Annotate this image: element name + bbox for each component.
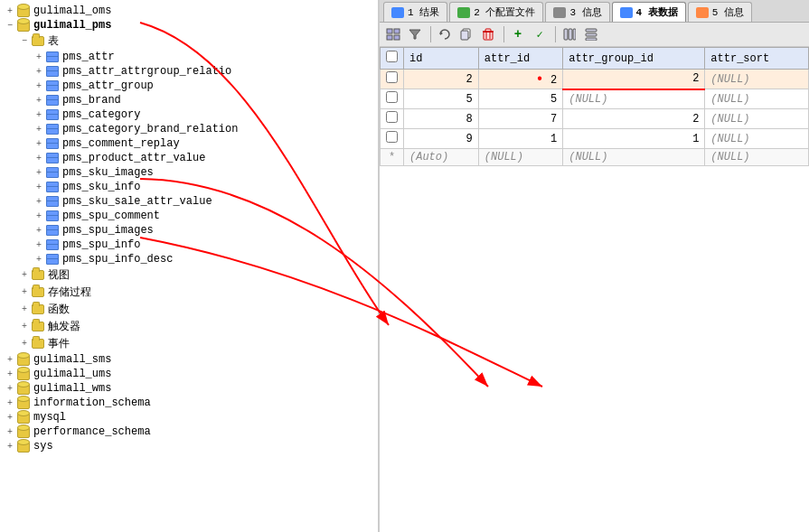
tab-4-tabledata[interactable]: 4 表数据 <box>612 2 686 22</box>
toolbar-copy-btn[interactable] <box>456 25 476 43</box>
cell-id[interactable]: 8 <box>404 109 479 129</box>
tree-db-sys[interactable]: + sys <box>0 439 378 453</box>
expand-icon[interactable]: + <box>4 353 16 366</box>
expand-icon[interactable]: + <box>4 440 16 453</box>
row-checkbox[interactable] <box>381 89 404 109</box>
tree-db-information_schema[interactable]: + information_schema <box>0 396 378 410</box>
tree-db-gulimall_wms[interactable]: + gulimall_wms <box>0 381 378 396</box>
tree-table-pms_sku_images[interactable]: + pms_sku_images <box>0 165 378 180</box>
tree-db-mysql[interactable]: + mysql <box>0 410 378 425</box>
tree-table-pms_attr_attrgroup_relatio[interactable]: + pms_attr_attrgroup_relatio <box>0 64 378 79</box>
cell-id-auto[interactable]: (Auto) <box>404 149 479 166</box>
tree-table-pms_sku_info[interactable]: + pms_sku_info <box>0 180 378 194</box>
tree-folder-procedures[interactable]: + 存储过程 <box>0 284 378 301</box>
expand-icon[interactable]: + <box>33 79 45 92</box>
tree-table-pms_attr_group[interactable]: + pms_attr_group <box>0 79 378 93</box>
expand-icon[interactable]: + <box>33 123 45 135</box>
cell-id[interactable]: 2 <box>404 70 479 89</box>
cell-id[interactable]: 9 <box>404 129 479 149</box>
expand-icon[interactable]: + <box>33 238 45 251</box>
table-row[interactable]: 9 1 1 (NULL) <box>381 129 809 149</box>
expand-icon[interactable]: + <box>4 397 16 409</box>
cell-attr_id[interactable]: 5 <box>478 89 562 109</box>
row-checkbox[interactable] <box>381 70 404 89</box>
expand-icon[interactable]: + <box>18 303 31 316</box>
expand-icon[interactable]: + <box>33 253 45 266</box>
toolbar-filter-btn[interactable] <box>405 25 425 43</box>
toolbar-delete-btn[interactable] <box>478 25 498 43</box>
tree-table-pms_category_brand_relation[interactable]: + pms_category_brand_relation <box>0 122 378 136</box>
expand-icon[interactable]: + <box>18 269 31 282</box>
tree-table-pms_category[interactable]: + pms_category <box>0 107 378 122</box>
tree-table-pms_spu_info_desc[interactable]: + pms_spu_info_desc <box>0 252 378 266</box>
cell-attr_group_id[interactable]: 2 <box>563 70 705 89</box>
expand-icon[interactable]: + <box>33 166 45 179</box>
expand-icon[interactable]: + <box>18 338 31 350</box>
expand-icon[interactable]: + <box>4 5 16 17</box>
table-row-auto[interactable]: * (Auto) (NULL) (NULL) (NULL) <box>381 149 809 166</box>
tree-db-gulimall_pms[interactable]: − gulimall_pms <box>0 18 378 33</box>
cell-attr_sort[interactable]: (NULL) <box>705 89 809 109</box>
toolbar-cols-btn[interactable] <box>560 25 579 43</box>
expand-icon[interactable]: + <box>33 137 45 150</box>
tree-table-pms_spu_info[interactable]: + pms_spu_info <box>0 238 378 252</box>
tree-table-pms_spu_comment[interactable]: + pms_spu_comment <box>0 209 378 223</box>
select-all-checkbox[interactable] <box>386 51 398 62</box>
tree-folder-views[interactable]: + 视图 <box>0 266 378 284</box>
tab-2-profiles[interactable]: 2 个配置文件 <box>449 2 543 22</box>
expand-icon[interactable]: + <box>4 368 16 380</box>
cell-attr_group_id[interactable]: 2 <box>563 109 705 129</box>
expand-icon[interactable]: + <box>18 321 31 333</box>
cell-attr_id[interactable]: • 2 <box>478 70 562 89</box>
toolbar-save-btn[interactable]: ✓ <box>530 25 550 43</box>
table-row[interactable]: 8 7 2 (NULL) <box>381 109 809 129</box>
row-select-checkbox[interactable] <box>386 131 398 143</box>
cell-attr_sort[interactable]: (NULL) <box>705 129 809 149</box>
cell-id[interactable]: 5 <box>404 89 479 109</box>
row-checkbox[interactable] <box>381 109 404 129</box>
expand-icon[interactable]: + <box>33 195 45 208</box>
expand-icon[interactable]: + <box>33 152 45 164</box>
tree-table-pms_sku_sale_attr_value[interactable]: + pms_sku_sale_attr_value <box>0 194 378 209</box>
expand-icon[interactable]: − <box>18 35 31 48</box>
cell-attr_sort[interactable]: (NULL) <box>705 109 809 129</box>
tree-db-gulimall_sms[interactable]: + gulimall_sms <box>0 352 378 367</box>
cell-attr_group_id[interactable]: 1 <box>563 129 705 149</box>
toolbar-refresh-btn[interactable] <box>435 25 455 43</box>
tree-folder-tables[interactable]: − 表 <box>0 33 378 50</box>
tree-db-performance_schema[interactable]: + performance_schema <box>0 425 378 439</box>
row-checkbox[interactable] <box>381 129 404 149</box>
expand-icon[interactable]: + <box>33 65 45 78</box>
tree-folder-triggers[interactable]: + 触发器 <box>0 318 378 335</box>
cell-attr_id[interactable]: 1 <box>478 129 562 149</box>
cell-attr_group_id[interactable]: (NULL) <box>563 89 705 109</box>
cell-attr_id[interactable]: 7 <box>478 109 562 129</box>
tree-db-gulimall_ums[interactable]: + gulimall_ums <box>0 367 378 381</box>
row-select-checkbox[interactable] <box>386 71 398 83</box>
tree-table-pms_comment_replay[interactable]: + pms_comment_replay <box>0 136 378 151</box>
expand-icon[interactable]: + <box>18 286 31 299</box>
tab-1-results[interactable]: 1 结果 <box>383 2 447 22</box>
tree-folder-events[interactable]: + 事件 <box>0 335 378 352</box>
tab-3-info[interactable]: 3 信息 <box>545 2 609 22</box>
tree-table-pms_brand[interactable]: + pms_brand <box>0 93 378 107</box>
expand-icon[interactable]: + <box>4 382 16 395</box>
expand-icon[interactable]: + <box>4 411 16 424</box>
expand-icon[interactable]: + <box>33 51 45 63</box>
expand-icon[interactable]: + <box>33 181 45 193</box>
toolbar-rows-btn[interactable] <box>581 25 601 43</box>
expand-icon[interactable]: + <box>33 224 45 237</box>
cell-attr_id-auto[interactable]: (NULL) <box>478 149 562 166</box>
expand-icon[interactable]: + <box>33 210 45 222</box>
tab-5-info[interactable]: 5 信息 <box>688 2 752 22</box>
expand-icon[interactable]: + <box>33 94 45 107</box>
cell-attr_sort-auto[interactable]: (NULL) <box>705 149 809 166</box>
toolbar-add-btn[interactable]: + <box>508 25 528 43</box>
cell-attr_group_id-auto[interactable]: (NULL) <box>563 149 705 166</box>
tree-table-pms_attr[interactable]: + pms_attr <box>0 50 378 64</box>
expand-icon[interactable]: + <box>33 108 45 121</box>
table-row[interactable]: 5 5 (NULL) (NULL) <box>381 89 809 109</box>
tree-db-gulimall_oms[interactable]: + gulimall_oms <box>0 4 378 18</box>
expand-icon[interactable]: + <box>4 425 16 438</box>
row-select-checkbox[interactable] <box>386 91 398 103</box>
